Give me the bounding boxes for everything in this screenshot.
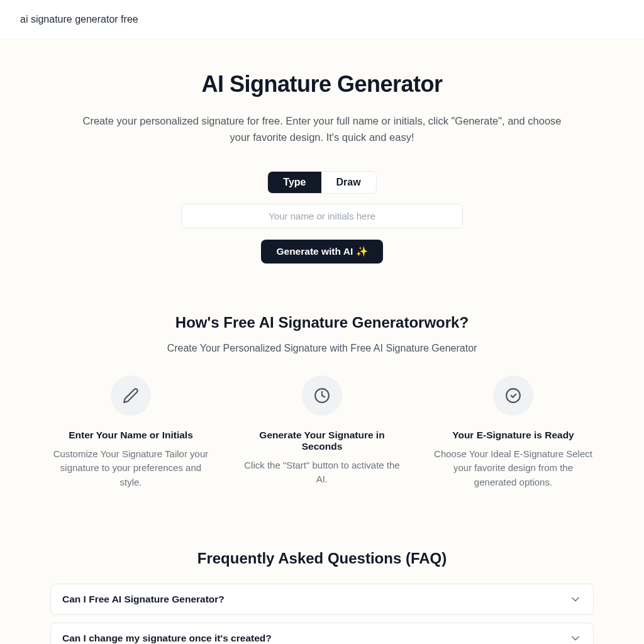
chevron-down-icon: [569, 632, 582, 644]
faq-question: Can I change my signature once it's crea…: [62, 633, 272, 644]
clock-icon: [302, 375, 342, 416]
tab-type[interactable]: Type: [268, 172, 321, 193]
steps-grid: Enter Your Name or Initials Customize Yo…: [50, 375, 594, 490]
mode-toggle: Type Draw: [267, 171, 376, 194]
topbar-title: ai signature generator free: [20, 14, 624, 25]
page-subtitle: Create your personalized signature for f…: [74, 113, 570, 146]
topbar: ai signature generator free: [0, 0, 644, 40]
step-desc: Click the "Start" button to activate the…: [242, 458, 402, 487]
step-desc: Customize Your Signature Tailor your sig…: [50, 447, 211, 490]
faq-item[interactable]: Can I change my signature once it's crea…: [50, 623, 594, 644]
faq-title: Frequently Asked Questions (FAQ): [50, 550, 594, 567]
chevron-down-icon: [569, 593, 582, 606]
how-it-works-title: How's Free AI Signature Generatorwork?: [50, 314, 594, 331]
step-title: Generate Your Signature in Seconds: [242, 430, 402, 452]
faq-item[interactable]: Can I Free AI Signature Generator?: [50, 584, 594, 615]
step-desc: Choose Your Ideal E-Signature Select you…: [433, 447, 594, 490]
tab-draw[interactable]: Draw: [321, 172, 376, 193]
faq-question: Can I Free AI Signature Generator?: [62, 594, 225, 605]
hero-section: AI Signature Generator Create your perso…: [0, 40, 644, 644]
step-title: Enter Your Name or Initials: [50, 430, 211, 441]
generate-button[interactable]: Generate with AI ✨: [261, 240, 382, 264]
step-title: Your E-Signature is Ready: [433, 430, 594, 441]
faq-list: Can I Free AI Signature Generator? Can I…: [50, 584, 594, 644]
check-circle-icon: [493, 375, 533, 416]
step-3: Your E-Signature is Ready Choose Your Id…: [433, 375, 594, 490]
step-2: Generate Your Signature in Seconds Click…: [242, 375, 402, 490]
name-input[interactable]: [181, 204, 463, 228]
page-title: AI Signature Generator: [50, 71, 594, 97]
svg-point-1: [506, 389, 520, 402]
step-1: Enter Your Name or Initials Customize Yo…: [50, 375, 211, 490]
how-it-works-subtitle: Create Your Personalized Signature with …: [50, 343, 594, 354]
pencil-icon: [111, 375, 151, 416]
